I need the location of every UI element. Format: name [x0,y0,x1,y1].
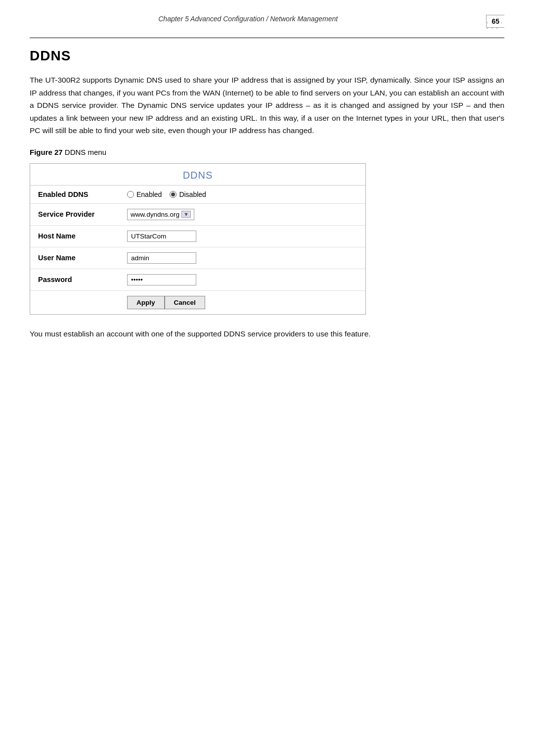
enabled-ddns-value: Enabled Disabled [119,186,365,204]
buttons-row: Apply Cancel [127,296,357,309]
apply-button[interactable]: Apply [127,296,165,309]
host-name-label: Host Name [30,225,119,247]
figure-caption-text: DDNS menu [65,148,106,156]
radio-disabled[interactable]: Disabled [170,190,206,198]
service-provider-value: www.dyndns.org ▼ [119,203,365,225]
radio-label-disabled: Disabled [179,190,206,198]
table-row-buttons: Apply Cancel [30,290,365,314]
footer-text: You must establish an account with one o… [30,328,504,340]
ddns-menu-title: DDNS [30,164,365,186]
service-provider-select[interactable]: www.dyndns.org ▼ [127,209,194,220]
user-name-input[interactable] [127,252,196,264]
radio-label-enabled: Enabled [136,190,162,198]
service-provider-select-value: www.dyndns.org [131,211,179,218]
chapter-header: Chapter 5 Advanced Configuration / Netwo… [30,15,486,23]
password-input[interactable] [127,274,196,285]
table-row-service-provider: Service Provider www.dyndns.org ▼ [30,203,365,225]
service-provider-label: Service Provider [30,203,119,225]
select-arrow-icon: ▼ [181,211,191,218]
figure-label: Figure 27 [30,148,63,156]
buttons-spacer [30,290,119,314]
user-name-value [119,247,365,269]
host-name-value [119,225,365,247]
enabled-ddns-label: Enabled DDNS [30,186,119,204]
table-row-host-name: Host Name [30,225,365,247]
table-row-enabled-ddns: Enabled DDNS Enabled Disabled [30,186,365,204]
table-row-user-name: User Name [30,247,365,269]
host-name-input[interactable] [127,231,196,242]
user-name-label: User Name [30,247,119,269]
password-label: Password [30,269,119,290]
section-title: DDNS [30,48,504,64]
radio-enabled[interactable]: Enabled [127,190,162,198]
cancel-button[interactable]: Cancel [165,296,205,309]
section-rule [30,38,504,38]
body-text-1: The UT-300R2 supports Dynamic DNS used t… [30,74,504,137]
figure-caption: Figure 27 DDNS menu [30,148,504,156]
page-number-box: 65 · · · · · · · [486,15,504,28]
buttons-cell: Apply Cancel [119,290,365,314]
radio-circle-disabled [170,191,177,198]
ddns-menu-table: Enabled DDNS Enabled Disabled [30,186,365,314]
ddns-menu-box: DDNS Enabled DDNS Enabled [30,163,366,315]
table-row-password: Password [30,269,365,290]
content-area: DDNS The UT-300R2 supports Dynamic DNS u… [0,48,534,340]
page-number-dots: · · · · · · · [487,20,505,31]
enabled-ddns-radio-group: Enabled Disabled [127,190,357,198]
page-header: Chapter 5 Advanced Configuration / Netwo… [0,0,534,33]
page-container: Chapter 5 Advanced Configuration / Netwo… [0,0,534,756]
password-value [119,269,365,290]
radio-circle-enabled [127,191,134,198]
